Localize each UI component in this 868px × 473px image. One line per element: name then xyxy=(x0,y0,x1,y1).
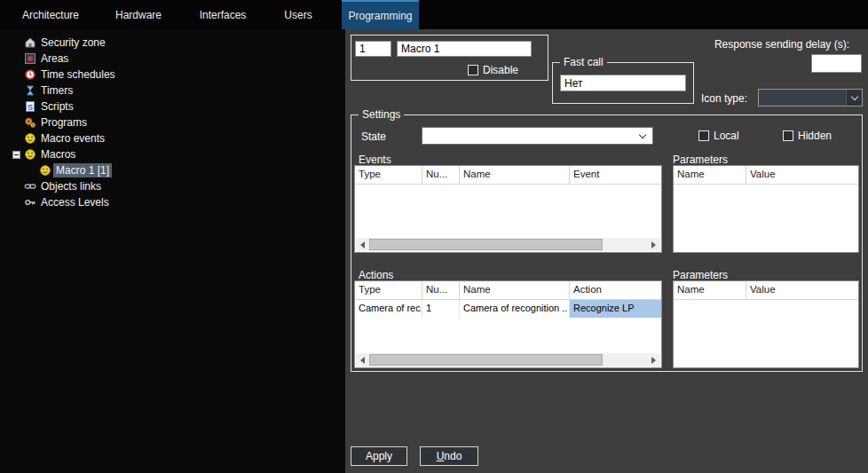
tree-item-programs[interactable]: Programs xyxy=(0,114,345,130)
tree-item-macros[interactable]: Macros xyxy=(0,146,345,162)
key-icon xyxy=(24,196,36,209)
checkbox-icon xyxy=(783,130,793,141)
column-header-number[interactable]: Nu... xyxy=(422,281,460,299)
link-icon xyxy=(24,180,36,193)
column-header-name[interactable]: Name xyxy=(460,166,570,184)
hidden-label: Hidden xyxy=(798,130,832,142)
tree-item-label: Timers xyxy=(38,83,75,98)
clock-icon xyxy=(24,68,36,81)
column-header-action[interactable]: Action xyxy=(570,281,661,299)
macro-name-field[interactable] xyxy=(397,41,532,57)
script-icon: S xyxy=(24,100,36,113)
hidden-checkbox[interactable]: Hidden xyxy=(783,130,832,142)
tree-item-macro-events[interactable]: Macro events xyxy=(0,130,345,146)
column-header-value[interactable]: Value xyxy=(746,166,858,184)
chevron-down-icon xyxy=(639,130,646,138)
local-label: Local xyxy=(714,130,739,142)
tree-item-security-zone[interactable]: Security zone xyxy=(0,35,345,51)
column-header-type[interactable]: Type xyxy=(355,281,422,299)
chevron-down-icon xyxy=(846,90,862,106)
actions-table-row[interactable]: Camera of rec... 1 Camera of recognition… xyxy=(355,300,661,318)
events-table[interactable]: Type Nu... Name Event xyxy=(354,165,662,253)
security-zone-icon xyxy=(24,36,36,49)
smiley-icon xyxy=(24,148,36,161)
scrollbar-thumb[interactable] xyxy=(369,354,603,366)
settings-group-label: Settings xyxy=(359,108,404,121)
events-parameters-table[interactable]: Name Value xyxy=(673,165,859,253)
scroll-left-icon[interactable] xyxy=(356,238,369,251)
cell-name[interactable]: Camera of recognition .. xyxy=(460,300,570,318)
undo-button[interactable]: Undo xyxy=(420,446,478,466)
tree-item-macro-1[interactable]: Macro 1 [1] xyxy=(0,162,345,178)
fast-call-group: Fast call xyxy=(552,62,694,104)
tree-item-label: Access Levels xyxy=(38,195,112,209)
tree-item-objects-links[interactable]: Objects links xyxy=(0,178,345,194)
apply-button[interactable]: Apply xyxy=(351,446,407,466)
macro-number-field[interactable] xyxy=(355,41,391,57)
tree-item-label: Scripts xyxy=(38,99,76,114)
actions-table-header: Type Nu... Name Action xyxy=(355,281,661,300)
tree-item-timers[interactable]: Timers xyxy=(0,83,345,99)
column-header-value[interactable]: Value xyxy=(746,281,858,299)
column-header-name[interactable]: Name xyxy=(674,281,746,299)
scroll-left-icon[interactable] xyxy=(356,353,369,367)
cell-action[interactable]: Recognize LP xyxy=(570,300,661,318)
tree-item-scripts[interactable]: S Scripts xyxy=(0,99,345,114)
state-dropdown[interactable] xyxy=(422,127,653,145)
checkbox-icon xyxy=(468,65,478,75)
parameters-table-header: Name Value xyxy=(674,281,858,300)
local-checkbox[interactable]: Local xyxy=(698,130,739,142)
scrollbar-thumb[interactable] xyxy=(369,239,603,250)
checkbox-icon xyxy=(698,130,709,141)
cell-number[interactable]: 1 xyxy=(422,300,460,318)
main-panel: Disable Fast call Response sending delay… xyxy=(345,29,868,473)
horizontal-scrollbar[interactable] xyxy=(356,353,660,367)
response-delay-label: Response sending delay (s): xyxy=(698,38,849,51)
state-label: State xyxy=(361,130,386,143)
tab-bar: Architecture Hardware Interfaces Users P… xyxy=(0,0,868,29)
tab-architecture[interactable]: Architecture xyxy=(5,0,96,29)
macro-identity-group: Disable xyxy=(351,35,548,81)
tree-item-access-levels[interactable]: Access Levels xyxy=(0,194,345,210)
actions-parameters-label: Parameters xyxy=(673,269,728,281)
parameters-table-header: Name Value xyxy=(674,166,858,185)
column-header-event[interactable]: Event xyxy=(570,166,661,184)
tab-programming[interactable]: Programming xyxy=(342,0,419,29)
scroll-right-icon[interactable] xyxy=(647,238,660,251)
actions-table[interactable]: Type Nu... Name Action Camera of rec... … xyxy=(354,280,662,368)
actions-parameters-table[interactable]: Name Value xyxy=(673,280,859,368)
navigation-tree: Security zone Areas Time schedules Timer… xyxy=(0,29,345,473)
settings-group: Settings State Local Hidden Events Type … xyxy=(351,114,863,372)
tab-interfaces[interactable]: Interfaces xyxy=(181,0,264,29)
tree-item-label: Areas xyxy=(38,51,71,66)
events-table-header: Type Nu... Name Event xyxy=(355,166,661,185)
scrollbar-track[interactable] xyxy=(369,238,647,251)
areas-icon xyxy=(24,52,36,65)
horizontal-scrollbar[interactable] xyxy=(356,238,660,251)
undo-label-accelerator: U xyxy=(437,450,445,462)
response-delay-field[interactable] xyxy=(811,54,862,73)
column-header-name[interactable]: Name xyxy=(674,166,746,184)
scrollbar-track[interactable] xyxy=(369,353,647,367)
tree-item-areas[interactable]: Areas xyxy=(0,51,345,67)
scroll-right-icon[interactable] xyxy=(647,353,660,367)
tree-collapse-icon[interactable] xyxy=(12,151,20,159)
events-label: Events xyxy=(359,154,391,166)
disable-checkbox[interactable]: Disable xyxy=(468,64,518,76)
column-header-name[interactable]: Name xyxy=(460,281,570,299)
cell-type[interactable]: Camera of rec... xyxy=(355,300,422,318)
tab-users[interactable]: Users xyxy=(266,0,330,29)
column-header-type[interactable]: Type xyxy=(355,166,422,184)
icon-type-dropdown[interactable] xyxy=(758,89,863,106)
tree-item-label: Security zone xyxy=(38,35,108,50)
fast-call-field[interactable] xyxy=(560,75,686,91)
tree-item-label: Programs xyxy=(38,115,90,130)
smiley-icon xyxy=(39,164,51,177)
tab-hardware[interactable]: Hardware xyxy=(99,0,178,29)
tree-item-time-schedules[interactable]: Time schedules xyxy=(0,67,345,83)
icon-type-label: Icon type: xyxy=(701,92,747,105)
hourglass-icon xyxy=(24,84,36,97)
column-header-number[interactable]: Nu... xyxy=(422,166,460,184)
application-window: Architecture Hardware Interfaces Users P… xyxy=(0,0,868,473)
tree-item-label: Macro 1 [1] xyxy=(53,163,112,177)
